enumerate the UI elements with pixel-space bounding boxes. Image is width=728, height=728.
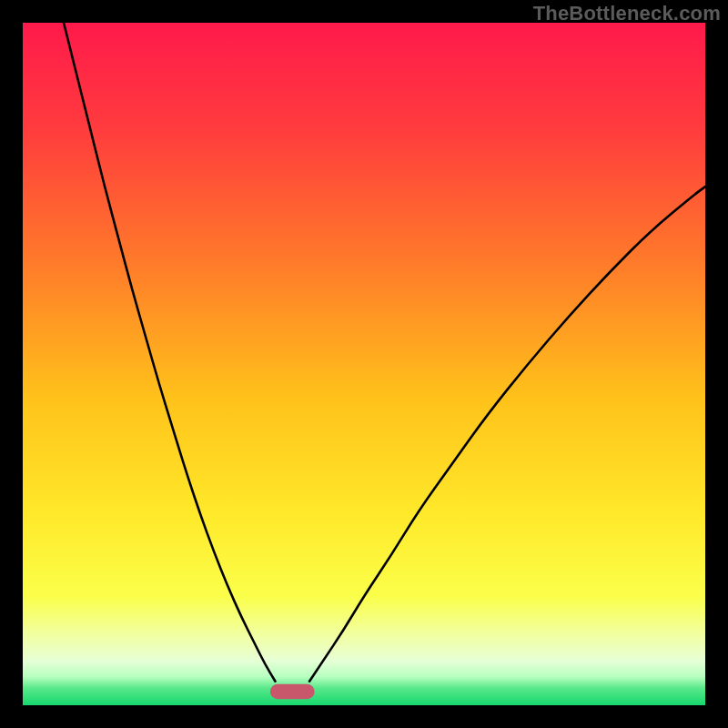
chart-frame: TheBottleneck.com [0,0,728,728]
chart-svg [23,23,705,705]
annotation-group [270,684,315,700]
bottom-marker [270,684,315,700]
plot-area [23,23,705,705]
gradient-background [23,23,705,705]
